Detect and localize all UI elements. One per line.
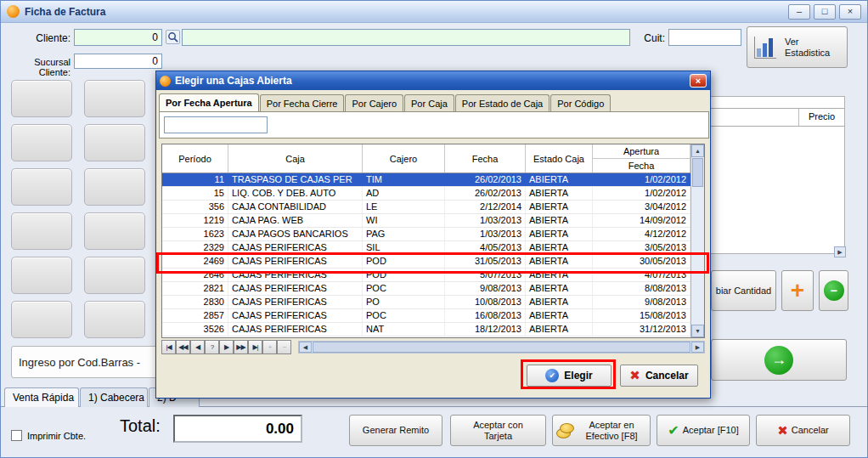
tab-por-cajero[interactable]: Por Cajero [345,94,403,111]
product-button[interactable] [11,212,72,250]
grid-row[interactable]: 3526CAJAS PERIFERICASNAT18/12/2013ABIERT… [162,323,690,336]
grid-row[interactable]: 15LIQ. COB. Y DEB. AUTOAD26/02/2013ABIER… [162,187,690,201]
tab-por-codigo[interactable]: Por Código [550,94,611,111]
scroll-left-button[interactable]: ◀ [299,342,312,353]
cliente-code-input[interactable] [74,29,162,46]
generar-remito-button[interactable]: Generar Remito [349,415,442,446]
grid-cell-estado: ABIERTA [526,201,593,213]
grid-cell-cajero: TIM [363,173,445,186]
col-header-estado-caja[interactable]: Estado Caja [526,144,593,172]
nav-delete-button[interactable]: − [277,340,291,354]
filter-input[interactable] [164,116,268,133]
confirm-arrow-button[interactable]: → [711,339,847,381]
nav-prior-button[interactable]: ◀ [190,340,205,354]
col-header-apertura[interactable]: Apertura Fecha [593,144,690,172]
tab-por-fecha-apertura[interactable]: Por Fecha Apertura [159,93,259,111]
grid-cell-periodo: 1219 [162,214,228,227]
grid-cell-fecha: 5/07/2013 [445,269,526,281]
add-quantity-button[interactable]: + [781,270,814,311]
dialog-titlebar[interactable]: Elegir una Cajas Abierta × [156,71,710,90]
vscroll-thumb[interactable] [692,158,703,187]
product-button[interactable] [84,80,145,117]
product-button[interactable] [11,257,72,294]
grid-row[interactable]: 2857CAJAS PERIFERICASPOC16/08/2013ABIERT… [162,309,690,323]
horizontal-scrollbar[interactable]: ◀ ▶ [298,341,705,353]
elegir-button[interactable]: ✔ Elegir [527,365,612,387]
sucursal-input[interactable] [74,54,162,69]
grid-row[interactable]: 2469CAJAS PERIFERICASPOD31/05/2013ABIERT… [162,255,690,269]
tab-por-fecha-cierre[interactable]: Por Fecha Cierre [260,94,345,111]
cancelar-button[interactable]: ✖ Cancelar [756,415,850,446]
precio-column-header[interactable]: Precio [798,109,844,126]
imprimir-checkbox[interactable] [11,430,22,441]
close-button[interactable]: × [839,4,861,20]
scroll-right-button[interactable]: ▶ [691,342,704,353]
grid-cell-cajero: WI [363,214,445,227]
imprimir-label: Imprimir Cbte. [27,431,86,441]
product-button[interactable] [11,168,72,206]
product-grid [11,80,147,338]
items-hscroll-right-button[interactable]: ▶ [834,246,846,257]
product-button[interactable] [11,124,72,161]
subtract-quantity-button[interactable]: − [819,270,848,311]
nav-search-button[interactable]: ? [205,340,219,354]
dialog-icon [160,76,171,87]
grid-cell-estado: ABIERTA [526,296,593,308]
barcode-label: Ingreso por Cod.Barras - [19,356,140,369]
product-button[interactable] [84,301,145,338]
tab-por-caja[interactable]: Por Caja [404,94,454,111]
aceptar-efectivo-button[interactable]: Aceptar en Efectivo [F8] [552,415,651,446]
grid-row[interactable]: 356CAJA CONTABILIDADLE2/12/2014ABIERTA3/… [162,201,690,214]
vscroll-track[interactable] [691,188,704,325]
bar-chart-icon [754,37,776,59]
scroll-down-button[interactable]: ▼ [691,325,704,337]
grid-row[interactable]: 1623CAJA PAGOS BANCARIOSPAG1/03/2013ABIE… [162,228,690,241]
nav-next-button[interactable]: ▶ [219,340,234,354]
grid-row[interactable]: 2329CAJAS PERIFERICASSIL4/05/2013ABIERTA… [162,241,690,255]
nav-prior-page-button[interactable]: ◀◀ [176,340,190,354]
product-button[interactable] [84,257,145,294]
aceptar-f10-button[interactable]: ✔ Aceptar [F10] [657,415,750,446]
db-navigator: |◀◀◀◀?▶▶▶▶|+− [161,340,291,354]
hscroll-thumb[interactable] [313,342,690,353]
cliente-name-input[interactable] [182,29,630,46]
product-button[interactable] [11,301,72,338]
scroll-up-button[interactable]: ▲ [691,144,704,157]
col-header-apertura-line1: Apertura [593,144,690,159]
product-button[interactable] [11,80,72,117]
grid-cell-estado: ABIERTA [526,255,593,268]
cuit-input[interactable] [668,29,741,46]
dialog-close-button[interactable]: × [690,74,707,88]
ver-estadistica-button[interactable]: Ver Estadistica [747,26,848,68]
grid-cell-fecha: 18/12/2013 [445,323,526,336]
grid-row[interactable]: 2646CAJAS PERIFERICASPOD5/07/2013ABIERTA… [162,269,690,282]
dialog-cancelar-button[interactable]: ✖ Cancelar [620,365,698,387]
grid-row[interactable]: 1219CAJA PAG. WEBWI1/03/2013ABIERTA14/09… [162,214,690,228]
product-button[interactable] [84,124,145,161]
grid-row[interactable]: 2821CAJAS PERIFERICASPOC9/08/2013ABIERTA… [162,282,690,296]
grid-row[interactable]: 11TRASPASO DE CAJAS PERTIM26/02/2013ABIE… [162,173,690,187]
product-button[interactable] [84,212,145,250]
green-arrow-icon: → [764,346,793,375]
minimize-button[interactable]: – [788,4,810,20]
nav-next-page-button[interactable]: ▶▶ [234,340,248,354]
vertical-scrollbar[interactable]: ▲ ▼ [690,144,704,337]
product-button[interactable] [84,168,145,206]
col-header-fecha[interactable]: Fecha [445,144,526,172]
col-header-cajero[interactable]: Cajero [363,144,445,172]
nav-first-button[interactable]: |◀ [161,340,176,354]
cambiar-cantidad-button[interactable]: biar Cantidad [711,270,776,311]
nav-insert-button[interactable]: + [262,340,277,354]
grid-cell-estado: ABIERTA [526,323,593,336]
col-header-caja[interactable]: Caja [228,144,363,172]
aceptar-tarjeta-button[interactable]: Aceptar con Tarjeta [450,415,546,446]
search-button[interactable] [166,30,180,44]
maximize-button[interactable]: □ [814,4,836,20]
grid-row[interactable]: 2830CAJAS PERIFERICASPO10/08/2013ABIERTA… [162,296,690,309]
nav-last-button[interactable]: ▶| [248,340,262,354]
tab-cabecera[interactable]: 1) Cabecera [80,387,148,407]
window-titlebar: Ficha de Factura – □ × [1,1,867,23]
tab-por-estado-de-caja[interactable]: Por Estado de Caja [455,94,550,111]
tab-venta-rapida[interactable]: Venta Rápida [4,387,79,407]
col-header-periodo[interactable]: Período [162,144,228,172]
